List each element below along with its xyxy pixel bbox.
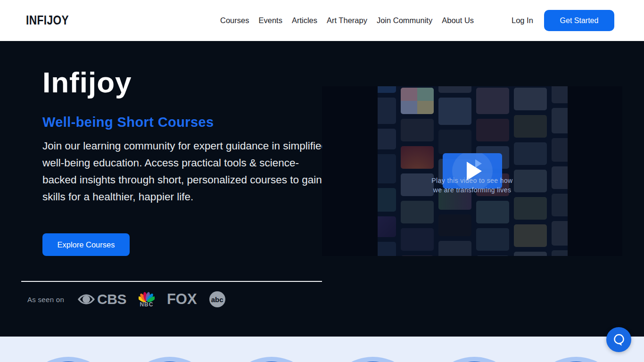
feature-circle	[224, 357, 319, 362]
hero-title: Infijoy	[42, 66, 132, 99]
abc-logo: abc	[209, 291, 225, 307]
nbc-logo: NBC	[139, 291, 155, 308]
as-seen-on-label: As seen on	[27, 296, 64, 304]
hero-section: Infijoy Well-being Short Courses Join ou…	[0, 41, 644, 337]
video-caption-line1: Play this video to see how	[322, 176, 622, 185]
nav-link-art-therapy[interactable]: Art Therapy	[327, 16, 367, 25]
hero-description: Join our learning community for expert g…	[42, 138, 328, 206]
nav-link-courses[interactable]: Courses	[220, 16, 249, 25]
hero-subtitle: Well-being Short Courses	[42, 115, 214, 130]
get-started-button[interactable]: Get Started	[544, 10, 614, 31]
video-caption-line2: we are transforming lives	[322, 185, 622, 195]
nav-link-about-us[interactable]: About Us	[442, 16, 474, 25]
features-preview-section	[0, 337, 644, 362]
nbc-logo-text: NBC	[140, 301, 153, 308]
chat-bubble-icon	[611, 332, 627, 347]
intro-video-player[interactable]: Play this video to see how we are transf…	[322, 86, 622, 256]
cbs-logo: CBS	[77, 290, 126, 308]
nav-link-articles[interactable]: Articles	[292, 16, 317, 25]
top-navigation: INFIJOY CoursesEventsArticlesArt Therapy…	[0, 0, 644, 41]
explore-courses-button[interactable]: Explore Courses	[42, 233, 130, 256]
feature-circle	[529, 357, 623, 362]
press-divider	[21, 281, 322, 282]
feature-circle	[427, 357, 521, 362]
fox-logo: FOX	[167, 291, 197, 308]
feature-circle	[326, 357, 420, 362]
logo[interactable]: INFIJOY	[26, 0, 69, 41]
help-beacon-button[interactable]	[606, 327, 631, 352]
cbs-logo-text: CBS	[97, 291, 126, 307]
login-link[interactable]: Log In	[512, 0, 533, 41]
feature-circle	[123, 357, 217, 362]
nav-link-events[interactable]: Events	[258, 16, 282, 25]
feature-circle	[21, 357, 116, 362]
nbc-peacock-icon	[139, 291, 155, 302]
video-caption: Play this video to see how we are transf…	[322, 176, 622, 195]
press-bar: As seen on CBS NBC FOX abc	[27, 288, 225, 311]
nav-link-join-community[interactable]: Join Community	[377, 16, 432, 25]
cbs-eye-icon	[77, 290, 96, 308]
nav-links: CoursesEventsArticlesArt TherapyJoin Com…	[220, 0, 474, 41]
